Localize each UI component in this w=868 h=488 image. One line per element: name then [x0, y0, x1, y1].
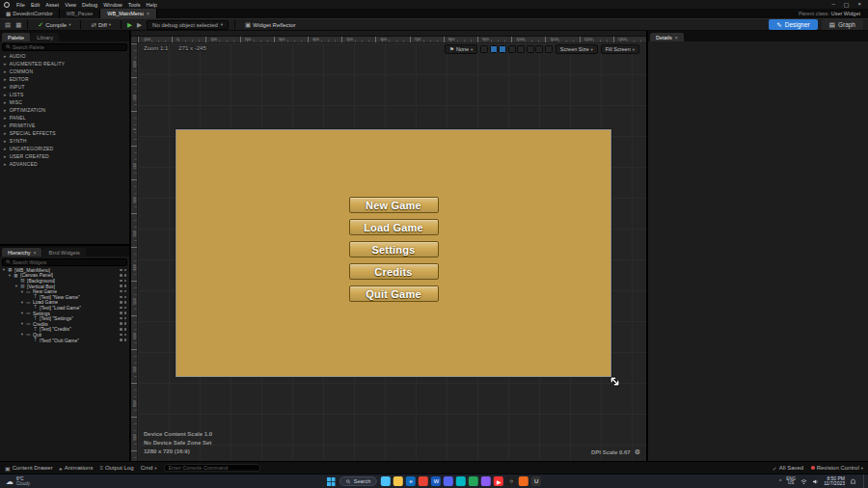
preview-background-icon[interactable] — [480, 45, 488, 53]
obs-icon[interactable]: ○ — [506, 476, 516, 486]
expand-arrow-icon[interactable]: ▸ — [4, 99, 7, 105]
visibility-icon[interactable] — [120, 290, 122, 293]
menu-item[interactable]: File — [14, 2, 28, 8]
expand-arrow-icon[interactable]: ▸ — [4, 92, 7, 97]
expand-arrow-icon[interactable]: ▸ — [4, 84, 7, 90]
visibility-icon[interactable] — [120, 322, 122, 325]
menu-button[interactable]: Load Game — [349, 219, 439, 235]
expand-arrow-icon[interactable]: ▾ — [20, 332, 24, 337]
menu-item[interactable]: Edit — [28, 2, 42, 8]
blender-icon[interactable] — [519, 476, 529, 486]
close-icon[interactable]: × — [675, 35, 678, 41]
gear-icon[interactable]: ⚙ — [635, 448, 640, 456]
palette-category[interactable]: ▸ LISTS — [0, 91, 129, 98]
language-indicator[interactable]: ENG US — [786, 477, 796, 486]
lock-icon[interactable] — [124, 280, 127, 283]
visibility-icon[interactable] — [120, 317, 122, 320]
word-icon[interactable]: W — [431, 476, 441, 486]
lock-icon[interactable] — [124, 269, 127, 272]
palette-category[interactable]: ▸ ADVANCED — [0, 160, 129, 168]
phone-landscape-icon[interactable] — [499, 45, 506, 53]
chrome-icon[interactable] — [419, 476, 428, 486]
menu-item[interactable]: Debug — [79, 2, 100, 8]
console-command-input[interactable] — [164, 464, 260, 472]
monitor-icon[interactable] — [508, 45, 516, 53]
file-explorer-icon[interactable] — [393, 476, 403, 486]
palette-category[interactable]: ▸ SYNTH — [0, 137, 129, 145]
close-icon[interactable]: × — [857, 1, 861, 8]
tab-bind-widgets[interactable]: Bind Widgets — [42, 248, 85, 257]
tv-icon[interactable] — [527, 45, 534, 53]
visibility-icon[interactable] — [120, 301, 122, 304]
expand-arrow-icon[interactable]: ▾ — [8, 273, 12, 278]
expand-arrow-icon[interactable]: ▸ — [4, 61, 7, 67]
palette-category[interactable]: ▸ EDITOR — [0, 75, 129, 83]
lock-icon[interactable] — [124, 328, 127, 331]
expand-arrow-icon[interactable]: ▸ — [4, 138, 7, 144]
menu-button[interactable]: Settings — [349, 241, 439, 258]
hidden-icons-chevron[interactable]: ^ — [779, 478, 781, 484]
content-drawer-button[interactable]: ▣ Content Drawer — [5, 465, 53, 472]
expand-arrow-icon[interactable]: ▸ — [4, 76, 7, 82]
menu-button[interactable]: Quit Game — [349, 285, 439, 302]
expand-arrow-icon[interactable]: ▸ — [4, 122, 7, 128]
phone-portrait-icon[interactable] — [490, 45, 498, 53]
tablet-icon[interactable] — [517, 45, 525, 53]
expand-arrow-icon[interactable]: ▸ — [4, 68, 7, 74]
expand-arrow-icon[interactable]: ▸ — [4, 153, 7, 159]
menu-button[interactable]: Credits — [349, 263, 439, 280]
grid-snap-icon[interactable] — [545, 45, 553, 53]
visibility-icon[interactable] — [120, 307, 122, 310]
advance-frame-button[interactable]: ▶ — [137, 21, 142, 29]
discord-icon[interactable] — [444, 476, 453, 486]
palette-category[interactable]: ▸ OPTIMIZATION — [0, 106, 129, 114]
lock-icon[interactable] — [124, 274, 127, 277]
visibility-icon[interactable] — [120, 334, 122, 337]
visibility-icon[interactable] — [120, 296, 122, 299]
save-icon[interactable]: ▤ — [5, 21, 11, 29]
unreal-logo-icon[interactable] — [4, 2, 10, 8]
youtube-icon[interactable]: ▶ — [494, 476, 503, 486]
compile-button[interactable]: ✓ Compile ▾ — [34, 20, 74, 30]
palette-category[interactable]: ▸ SPECIAL EFFECTS — [0, 129, 129, 137]
visibility-icon[interactable] — [120, 269, 122, 272]
menu-item[interactable]: Help — [144, 2, 160, 8]
tab-wb-pause[interactable]: WB_Pause — [60, 9, 101, 18]
menu-item[interactable]: Asset — [42, 2, 62, 8]
expand-arrow-icon[interactable]: ▸ — [4, 161, 7, 167]
unreal-icon[interactable]: U — [531, 476, 541, 486]
revision-control-button[interactable]: Revision Control ▾ — [811, 465, 863, 471]
all-saved-indicator[interactable]: ✓ All Saved — [773, 465, 803, 472]
parent-class-value[interactable]: User Widget — [831, 11, 860, 16]
palette-category[interactable]: ▸ AUGMENTED REALITY — [0, 60, 129, 68]
designer-canvas[interactable]: -100010020030040050060070080090010001100… — [131, 31, 646, 461]
expand-arrow-icon[interactable]: ▾ — [20, 321, 24, 326]
visibility-icon[interactable] — [120, 312, 122, 314]
tab-palette[interactable]: Palette — [2, 33, 30, 41]
close-tab-icon[interactable]: × — [147, 11, 149, 16]
menu-button[interactable]: New Game — [349, 197, 439, 213]
edge-icon[interactable]: e — [406, 476, 416, 486]
palette-category[interactable]: ▸ PRIMITIVE — [0, 122, 129, 129]
close-icon[interactable]: × — [34, 250, 37, 256]
lock-icon[interactable] — [124, 296, 127, 299]
steam-icon[interactable] — [456, 476, 466, 486]
expand-arrow-icon[interactable]: ▸ — [4, 130, 7, 136]
resize-handle-icon[interactable] — [609, 375, 621, 388]
lock-icon[interactable] — [124, 312, 127, 314]
hierarchy-row[interactable]: T [Text] "Quit Game" — [0, 338, 129, 343]
palette-category[interactable]: ▸ MISC — [0, 98, 129, 106]
expand-arrow-icon[interactable]: ▾ — [20, 311, 24, 315]
visibility-icon[interactable] — [120, 328, 122, 331]
menu-item[interactable]: Tools — [125, 2, 144, 8]
lock-icon[interactable] — [124, 339, 127, 341]
localization-preview-dropdown[interactable]: ⚑ None ▾ — [445, 44, 477, 54]
widget-root[interactable]: New Game Load Game Settings Credits Quit… — [176, 130, 610, 376]
palette-category[interactable]: ▸ INPUT — [0, 83, 129, 91]
tab-wb-mainmenu[interactable]: WB_MainMenu × — [100, 9, 157, 18]
expand-arrow-icon[interactable]: ▸ — [4, 146, 7, 151]
visibility-icon[interactable] — [120, 280, 122, 283]
expand-arrow-icon[interactable]: ▾ — [2, 267, 6, 272]
expand-arrow-icon[interactable]: ▸ — [4, 53, 7, 59]
tab-hierarchy[interactable]: Hierarchy × — [2, 248, 41, 257]
